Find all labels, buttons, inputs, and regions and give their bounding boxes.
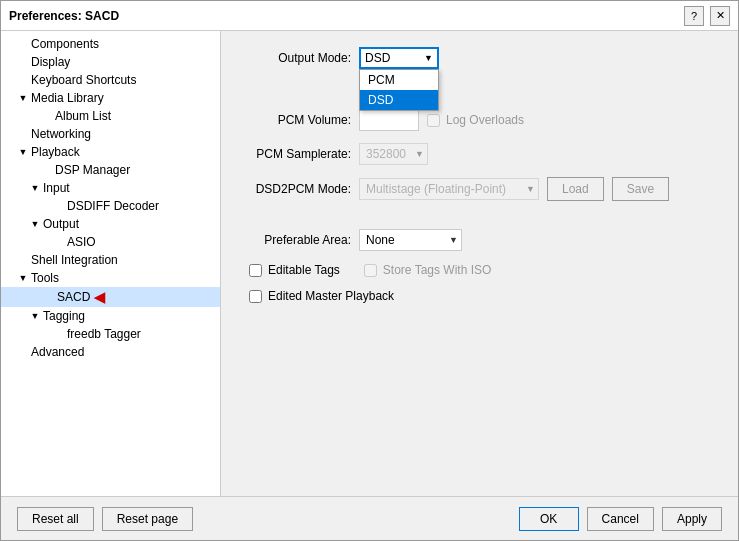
log-overloads-label: Log Overloads [427,113,524,127]
output-mode-row: Output Mode: DSD ▼ PCM DSD [241,47,718,69]
footer-right: OK Cancel Apply [519,507,722,531]
option-dsd[interactable]: DSD [360,90,438,110]
sidebar-item-playback[interactable]: ▼ Playback [1,143,220,161]
dropdown-arrow-icon: ▼ [424,53,433,63]
save-button[interactable]: Save [612,177,669,201]
expand-icon: ▼ [29,219,41,229]
edited-master-playback-checkbox[interactable] [249,290,262,303]
sidebar-item-components[interactable]: Components [1,35,220,53]
dsd2pcm-mode-row: DSD2PCM Mode: Multistage (Floating-Point… [241,177,718,201]
log-overloads-checkbox[interactable] [427,114,440,127]
preferable-area-row: Preferable Area: None Stereo Multi-Chann… [241,229,718,251]
sidebar-item-advanced[interactable]: Advanced [1,343,220,361]
pcm-volume-input[interactable] [359,109,419,131]
edited-master-playback-row: Edited Master Playback [241,289,718,303]
title-bar-controls: ? ✕ [684,6,730,26]
cancel-button[interactable]: Cancel [587,507,654,531]
pcm-samplerate-row: PCM Samplerate: 352800 ▼ [241,143,718,165]
load-button[interactable]: Load [547,177,604,201]
sidebar-item-asio[interactable]: ASIO [1,233,220,251]
sidebar-item-shell-integration[interactable]: Shell Integration [1,251,220,269]
pcm-samplerate-select[interactable]: 352800 [359,143,428,165]
expand-icon: ▼ [17,147,29,157]
reset-all-button[interactable]: Reset all [17,507,94,531]
sidebar-item-networking[interactable]: Networking [1,125,220,143]
reset-page-button[interactable]: Reset page [102,507,193,531]
preferences-window: Preferences: SACD ? ✕ Components Display… [0,0,739,541]
editable-tags-checkbox[interactable] [249,264,262,277]
pcm-samplerate-wrapper: 352800 ▼ [359,143,428,165]
sidebar-item-dsdiff-decoder[interactable]: DSDIFF Decoder [1,197,220,215]
sidebar-item-display[interactable]: Display [1,53,220,71]
expand-icon: ▼ [29,183,41,193]
main-panel: Output Mode: DSD ▼ PCM DSD PCM Volume: [221,31,738,496]
output-mode-selected[interactable]: DSD ▼ [359,47,439,69]
editable-tags-row: Editable Tags Store Tags With ISO [241,263,718,277]
expand-icon: ▼ [17,273,29,283]
footer-left: Reset all Reset page [17,507,193,531]
sidebar-item-freedb-tagger[interactable]: freedb Tagger [1,325,220,343]
title-bar: Preferences: SACD ? ✕ [1,1,738,31]
selection-arrow-icon: ◀ [94,289,105,305]
pcm-volume-label: PCM Volume: [241,113,351,127]
preferable-area-select[interactable]: None Stereo Multi-Channel [359,229,462,251]
output-mode-dropdown-menu: PCM DSD [359,69,439,111]
dsd2pcm-mode-label: DSD2PCM Mode: [241,182,351,196]
pcm-volume-row: PCM Volume: Log Overloads [241,109,718,131]
sidebar-item-media-library[interactable]: ▼ Media Library [1,89,220,107]
option-pcm[interactable]: PCM [360,70,438,90]
sidebar-item-dsp-manager[interactable]: DSP Manager [1,161,220,179]
sidebar-item-tagging[interactable]: ▼ Tagging [1,307,220,325]
content-area: Components Display Keyboard Shortcuts ▼ … [1,31,738,496]
dsd2pcm-mode-wrapper: Multistage (Floating-Point) ▼ [359,178,539,200]
expand-icon: ▼ [29,311,41,321]
edited-master-playback-label[interactable]: Edited Master Playback [249,289,394,303]
apply-button[interactable]: Apply [662,507,722,531]
store-tags-with-iso-label[interactable]: Store Tags With ISO [364,263,492,277]
dsd2pcm-mode-select[interactable]: Multistage (Floating-Point) [359,178,539,200]
preferable-area-label: Preferable Area: [241,233,351,247]
sidebar-item-input[interactable]: ▼ Input [1,179,220,197]
sidebar-item-keyboard-shortcuts[interactable]: Keyboard Shortcuts [1,71,220,89]
pcm-samplerate-label: PCM Samplerate: [241,147,351,161]
sidebar-item-sacd[interactable]: SACD ◀ [1,287,220,307]
sidebar-item-tools[interactable]: ▼ Tools [1,269,220,287]
editable-tags-label[interactable]: Editable Tags [249,263,340,277]
expand-icon: ▼ [17,93,29,103]
help-button[interactable]: ? [684,6,704,26]
footer: Reset all Reset page OK Cancel Apply [1,496,738,540]
output-mode-label: Output Mode: [241,51,351,65]
sidebar-item-album-list[interactable]: Album List [1,107,220,125]
close-button[interactable]: ✕ [710,6,730,26]
preferable-area-wrapper: None Stereo Multi-Channel ▼ [359,229,462,251]
ok-button[interactable]: OK [519,507,579,531]
sidebar: Components Display Keyboard Shortcuts ▼ … [1,31,221,496]
window-title: Preferences: SACD [9,9,119,23]
output-mode-dropdown[interactable]: DSD ▼ PCM DSD [359,47,439,69]
store-tags-checkbox[interactable] [364,264,377,277]
sidebar-item-output[interactable]: ▼ Output [1,215,220,233]
